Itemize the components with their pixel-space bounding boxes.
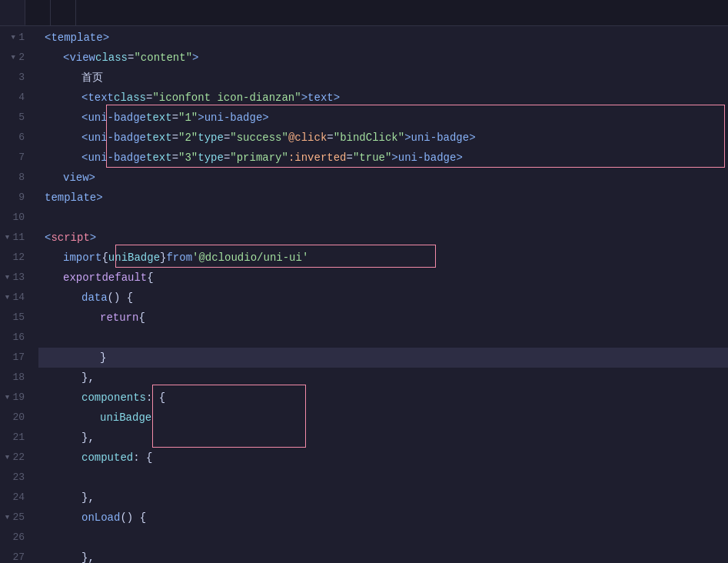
line-number-9: 9 xyxy=(0,188,31,208)
code-line-22: computed: { xyxy=(38,448,728,468)
code-line-16 xyxy=(38,328,728,348)
fold-btn[interactable]: ▼ xyxy=(3,268,11,288)
fold-btn[interactable]: ▼ xyxy=(3,448,11,468)
code-line-9: template> xyxy=(38,188,728,208)
code-line-7: <uni-badge text="3" type="primary" :inve… xyxy=(38,148,728,168)
line-number-23: 23 xyxy=(0,468,31,488)
code-line-21: }, xyxy=(38,428,728,448)
code-content[interactable]: <template><view class="content">首页<text … xyxy=(38,26,728,563)
code-line-26 xyxy=(38,528,728,548)
fold-btn[interactable]: ▼ xyxy=(9,28,17,48)
code-line-4: <text class="iconfont icon-dianzan">text… xyxy=(38,88,728,108)
editor-area: ▼1▼2 3 4 5 6 7 8 9 10▼11 12▼13▼14 15 16 … xyxy=(0,26,728,563)
line-number-24: 24 xyxy=(0,488,31,508)
line-number-20: 20 xyxy=(0,408,31,428)
line-number-2: ▼2 xyxy=(0,48,31,68)
line-number-11: ▼11 xyxy=(0,228,31,248)
line-number-17: 17 xyxy=(0,348,31,368)
code-lines: <template><view class="content">首页<text … xyxy=(38,28,728,563)
code-line-25: onLoad() { xyxy=(38,508,728,528)
line-numbers: ▼1▼2 3 4 5 6 7 8 9 10▼11 12▼13▼14 15 16 … xyxy=(0,26,38,563)
fold-btn[interactable]: ▼ xyxy=(3,388,11,408)
code-line-14: data() { xyxy=(38,288,728,308)
code-line-19: components: { xyxy=(38,388,728,408)
line-number-16: 16 xyxy=(0,328,31,348)
line-number-14: ▼14 xyxy=(0,288,31,308)
line-number-22: ▼22 xyxy=(0,448,31,468)
code-line-1: <template> xyxy=(38,28,728,48)
code-line-23 xyxy=(38,468,728,488)
tab-bar xyxy=(0,0,728,26)
line-number-12: 12 xyxy=(0,248,31,268)
code-line-15: return { xyxy=(38,308,728,328)
code-line-11: <script> xyxy=(38,228,728,248)
line-number-15: 15 xyxy=(0,308,31,328)
code-line-24: }, xyxy=(38,488,728,508)
code-line-18: }, xyxy=(38,368,728,388)
line-number-4: 4 xyxy=(0,88,31,108)
line-number-7: 7 xyxy=(0,148,31,168)
app-container: ▼1▼2 3 4 5 6 7 8 9 10▼11 12▼13▼14 15 16 … xyxy=(0,0,728,563)
line-number-6: 6 xyxy=(0,128,31,148)
line-number-3: 3 xyxy=(0,68,31,88)
fold-btn[interactable]: ▼ xyxy=(9,48,17,68)
line-number-5: 5 xyxy=(0,108,31,128)
line-number-21: 21 xyxy=(0,428,31,448)
line-number-26: 26 xyxy=(0,528,31,548)
code-line-20: uniBadge xyxy=(38,408,728,428)
code-line-6: <uni-badge text="2" type="success" @clic… xyxy=(38,128,728,148)
tab-horizontal[interactable] xyxy=(51,0,76,25)
code-line-10 xyxy=(38,208,728,228)
line-number-1: ▼1 xyxy=(0,28,31,48)
fold-btn[interactable]: ▼ xyxy=(3,228,11,248)
code-line-12: import {uniBadge} from '@dcloudio/uni-ui… xyxy=(38,248,728,268)
code-line-13: export default { xyxy=(38,268,728,288)
fold-btn[interactable]: ▼ xyxy=(3,288,11,308)
line-number-13: ▼13 xyxy=(0,268,31,288)
code-line-2: <view class="content"> xyxy=(38,48,728,68)
tab-iconfont[interactable] xyxy=(25,0,51,25)
code-line-27: }, xyxy=(38,548,728,563)
line-number-27: 27 xyxy=(0,548,31,563)
line-number-8: 8 xyxy=(0,168,31,188)
fold-btn[interactable]: ▼ xyxy=(3,508,11,528)
code-line-17: } xyxy=(38,348,728,368)
tab-home-vue[interactable] xyxy=(0,0,25,25)
code-line-5: <uni-badge text="1">uni-badge> xyxy=(38,108,728,128)
code-line-8: view> xyxy=(38,168,728,188)
code-line-3: 首页 xyxy=(38,68,728,88)
line-number-19: ▼19 xyxy=(0,388,31,408)
line-number-25: ▼25 xyxy=(0,508,31,528)
line-number-10: 10 xyxy=(0,208,31,228)
line-number-18: 18 xyxy=(0,368,31,388)
